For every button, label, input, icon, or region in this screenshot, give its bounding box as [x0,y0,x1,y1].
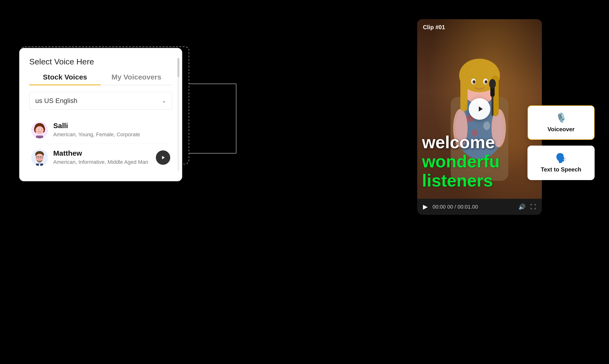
time-separator: / [455,204,457,210]
video-player: Clip #01 [417,19,542,215]
tabs-row: Stock Voices My Voiceovers [29,73,172,85]
side-buttons: 🎙️ Voiceover 🗣️ Text to Speech [527,105,595,180]
voice-info-matthew: Matthew American, Informative, Middle Ag… [53,149,151,166]
tts-icon: 🗣️ [555,153,567,163]
panel-scrollbar[interactable] [178,58,179,171]
voice-list: Salli American, Young, Female, Corporate [29,116,172,171]
video-controls: ▶ 00:00 00 / 00:01.00 🔊 ⛶ [417,199,542,215]
voice-name-matthew: Matthew [53,149,151,157]
language-value: us US English [35,97,77,105]
svg-rect-34 [460,76,468,111]
chevron-down-icon: ⌄ [162,98,166,104]
tab-my-voiceovers[interactable]: My Voiceovers [101,73,172,85]
svg-point-8 [36,126,44,134]
svg-point-38 [472,80,475,84]
subtitle-line2: wonderfu [422,153,537,170]
tab-stock-voices[interactable]: Stock Voices [29,73,101,85]
microphone-icon: 🎙️ [555,113,567,123]
voice-info-salli: Salli American, Young, Female, Corporate [53,122,170,138]
svg-rect-13 [36,136,43,138]
time-current: 00:00 00 [432,204,453,210]
time-total: 00:01.00 [457,204,478,210]
svg-point-12 [41,129,42,130]
panel-title: Select Voice Here [29,57,172,66]
avatar-matthew [31,149,48,166]
text-to-speech-button[interactable]: 🗣️ Text to Speech [527,146,595,180]
video-play-button[interactable] [469,98,490,120]
voice-item-matthew[interactable]: Matthew American, Informative, Middle Ag… [29,144,172,171]
controls-time: 00:00 00 / 00:01.00 [432,204,513,210]
voiceover-label: Voiceover [548,126,575,133]
controls-volume-icon[interactable]: 🔊 [518,204,526,210]
voice-item-salli[interactable]: Salli American, Young, Female, Corporate [29,116,172,144]
voice-desc-matthew: American, Informative, Middle Aged Man [53,158,151,166]
svg-marker-23 [162,156,165,159]
svg-point-11 [38,129,39,130]
controls-play-icon[interactable]: ▶ [423,203,428,210]
subtitle-line1: welcome [422,134,537,151]
clip-label: Clip #01 [423,24,445,31]
video-content: Clip #01 [417,19,542,199]
language-dropdown[interactable]: us US English ⌄ [29,92,172,110]
controls-fullscreen-icon[interactable]: ⛶ [530,204,536,210]
voice-desc-salli: American, Young, Female, Corporate [53,131,170,138]
scene: Select Voice Here Stock Voices My Voiceo… [0,0,609,364]
avatar-salli [31,122,48,138]
svg-point-27 [483,121,490,130]
svg-point-41 [489,79,496,89]
svg-rect-42 [492,96,493,116]
voiceover-button[interactable]: 🎙️ Voiceover [527,105,595,140]
voice-name-salli: Salli [53,122,170,130]
voice-panel: Select Voice Here Stock Voices My Voiceo… [19,48,182,181]
tts-label: Text to Speech [541,166,581,173]
svg-point-39 [484,80,487,84]
subtitle-line3: listeners [422,172,537,189]
svg-marker-43 [479,106,483,112]
play-button-matthew[interactable] [156,150,170,165]
